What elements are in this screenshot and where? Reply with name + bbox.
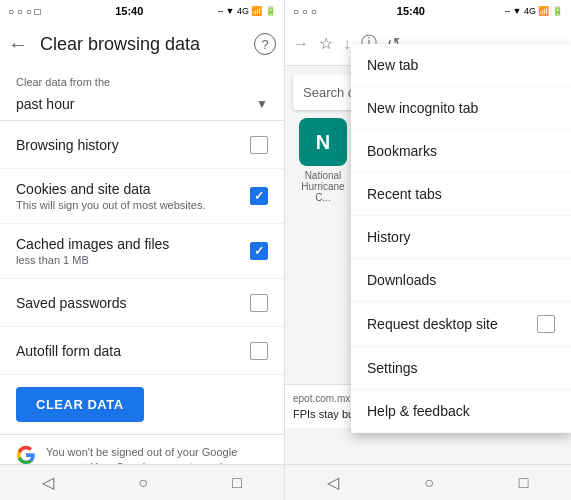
status-bar-right: ○ ○ ○ 15:40 – ▼ 4G 📶 🔋 xyxy=(285,0,571,22)
nav-bar-left: ◁ ○ □ xyxy=(0,464,284,500)
option-label-browsing: Browsing history xyxy=(16,137,250,153)
home-nav-icon[interactable]: ○ xyxy=(138,474,148,492)
checkbox-browsing-history[interactable] xyxy=(250,136,268,154)
right-panel: ○ ○ ○ 15:40 – ▼ 4G 📶 🔋 → ☆ ↓ ⓘ ↺ Search … xyxy=(285,0,571,500)
forward-icon[interactable]: → xyxy=(293,35,309,53)
menu-item-settings[interactable]: Settings xyxy=(351,347,571,390)
footer-notice: You won't be signed out of your Google a… xyxy=(0,434,284,464)
home-nav-right-icon[interactable]: ○ xyxy=(424,474,434,492)
menu-item-history[interactable]: History xyxy=(351,216,571,259)
menu-item-settings-label: Settings xyxy=(367,360,418,376)
menu-item-bookmarks[interactable]: Bookmarks xyxy=(351,130,571,173)
status-right-left-icons: ○ ○ ○ xyxy=(293,6,317,17)
menu-item-new-tab-label: New tab xyxy=(367,57,418,73)
menu-item-bookmarks-label: Bookmarks xyxy=(367,143,437,159)
options-list: Browsing history Cookies and site data T… xyxy=(0,121,284,464)
menu-item-downloads[interactable]: Downloads xyxy=(351,259,571,302)
option-label-autofill: Autofill form data xyxy=(16,343,250,359)
bookmark-hurricane[interactable]: N NationalHurricane C... xyxy=(293,118,353,203)
toolbar-left: ← Clear browsing data ? xyxy=(0,22,284,66)
checkbox-cached[interactable] xyxy=(250,242,268,260)
status-bar-left: ○ ○ ○ □ 15:40 – ▼ 4G 📶 🔋 xyxy=(0,0,284,22)
option-sublabel-cookies: This will sign you out of most websites. xyxy=(16,199,250,211)
help-button[interactable]: ? xyxy=(254,33,276,55)
context-menu: New tab New incognito tab Bookmarks Rece… xyxy=(351,44,571,433)
option-autofill[interactable]: Autofill form data xyxy=(0,327,284,375)
option-cached[interactable]: Cached images and files less than 1 MB xyxy=(0,224,284,279)
dropdown-arrow-icon: ▼ xyxy=(256,97,268,111)
menu-item-history-label: History xyxy=(367,229,411,245)
checkbox-autofill[interactable] xyxy=(250,342,268,360)
option-label-cached: Cached images and files xyxy=(16,236,250,252)
status-left-icons: ○ ○ ○ □ xyxy=(8,6,41,17)
search-text: Search o xyxy=(303,85,355,100)
option-sublabel-cached: less than 1 MB xyxy=(16,254,250,266)
page-title: Clear browsing data xyxy=(40,34,242,55)
menu-item-incognito[interactable]: New incognito tab xyxy=(351,87,571,130)
download-icon[interactable]: ↓ xyxy=(343,35,351,53)
menu-item-desktop-site-label: Request desktop site xyxy=(367,316,498,332)
menu-item-downloads-label: Downloads xyxy=(367,272,436,288)
time-left: 15:40 xyxy=(115,5,143,17)
checkbox-passwords[interactable] xyxy=(250,294,268,312)
left-panel: ○ ○ ○ □ 15:40 – ▼ 4G 📶 🔋 ← Clear browsin… xyxy=(0,0,285,500)
back-nav-right-icon[interactable]: ◁ xyxy=(327,473,339,492)
dropdown-value: past hour xyxy=(16,96,74,112)
hurricane-label: NationalHurricane C... xyxy=(293,170,353,203)
bookmark-icon[interactable]: ☆ xyxy=(319,34,333,53)
hurricane-icon: N xyxy=(299,118,347,166)
time-range-dropdown[interactable]: past hour ▼ xyxy=(0,92,284,121)
hurricane-initial: N xyxy=(316,131,330,154)
time-right: 15:40 xyxy=(397,5,425,17)
menu-item-incognito-label: New incognito tab xyxy=(367,100,478,116)
menu-item-new-tab[interactable]: New tab xyxy=(351,44,571,87)
recent-nav-icon[interactable]: □ xyxy=(232,474,242,492)
option-browsing-history[interactable]: Browsing history xyxy=(0,121,284,169)
menu-item-desktop-site[interactable]: Request desktop site xyxy=(351,302,571,347)
back-nav-icon[interactable]: ◁ xyxy=(42,473,54,492)
clear-data-button[interactable]: CLEAR DATA xyxy=(16,387,144,422)
footer-text: You won't be signed out of your Google a… xyxy=(46,445,268,464)
option-label-cookies: Cookies and site data xyxy=(16,181,250,197)
checkbox-cookies[interactable] xyxy=(250,187,268,205)
clear-from-label: Clear data from the xyxy=(0,66,284,92)
option-label-passwords: Saved passwords xyxy=(16,295,250,311)
google-logo xyxy=(16,445,36,464)
menu-item-recent-tabs-label: Recent tabs xyxy=(367,186,442,202)
recent-nav-right-icon[interactable]: □ xyxy=(519,474,529,492)
status-right-icons-left: – ▼ 4G 📶 🔋 xyxy=(218,6,276,16)
menu-item-help[interactable]: Help & feedback xyxy=(351,390,571,433)
option-cookies[interactable]: Cookies and site data This will sign you… xyxy=(0,169,284,224)
menu-item-help-label: Help & feedback xyxy=(367,403,470,419)
clear-btn-row: CLEAR DATA xyxy=(0,375,284,434)
nav-bar-right: ◁ ○ □ xyxy=(285,464,571,500)
option-passwords[interactable]: Saved passwords xyxy=(0,279,284,327)
desktop-site-checkbox[interactable] xyxy=(537,315,555,333)
status-right-right-icons: – ▼ 4G 📶 🔋 xyxy=(505,6,563,16)
menu-item-recent-tabs[interactable]: Recent tabs xyxy=(351,173,571,216)
back-button[interactable]: ← xyxy=(8,33,28,56)
